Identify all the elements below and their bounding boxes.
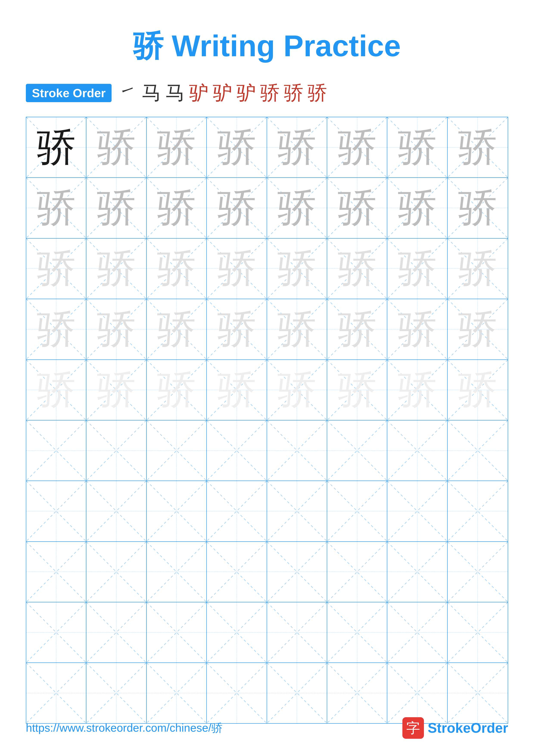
grid-cell[interactable] bbox=[267, 481, 327, 541]
grid-cell[interactable]: 骄 bbox=[26, 360, 87, 420]
grid-cell[interactable] bbox=[447, 663, 508, 723]
grid-cell[interactable] bbox=[387, 663, 447, 723]
stroke-sequence: ㇀ 马 马 驴 驴 驴 骄 骄 骄 bbox=[118, 80, 327, 106]
grid-cell[interactable] bbox=[147, 663, 207, 723]
grid-cell[interactable] bbox=[26, 663, 87, 723]
grid-cell[interactable] bbox=[147, 542, 207, 602]
grid-cell[interactable] bbox=[447, 420, 508, 481]
svg-line-153 bbox=[267, 663, 327, 723]
svg-line-157 bbox=[387, 663, 447, 723]
grid-cell[interactable]: 骄 bbox=[327, 178, 387, 238]
grid-cell[interactable]: 骄 bbox=[207, 299, 267, 359]
grid-cell[interactable]: 骄 bbox=[207, 239, 267, 299]
svg-line-104 bbox=[267, 481, 327, 541]
grid-cell[interactable] bbox=[87, 602, 146, 662]
grid-cell[interactable]: 骄 bbox=[447, 239, 508, 299]
grid-cell[interactable] bbox=[207, 481, 267, 541]
grid-cell[interactable] bbox=[447, 602, 508, 662]
footer-logo-stroke: Stroke bbox=[428, 720, 471, 736]
grid-cell[interactable]: 骄 bbox=[87, 299, 146, 359]
grid-cell[interactable]: 骄 bbox=[26, 178, 87, 238]
grid-cell[interactable]: 骄 bbox=[387, 117, 447, 177]
grid-cell[interactable] bbox=[147, 420, 207, 481]
grid-cell[interactable] bbox=[387, 481, 447, 541]
grid-cell[interactable] bbox=[387, 542, 447, 602]
grid-cell[interactable] bbox=[87, 663, 146, 723]
grid-cell[interactable]: 骄 bbox=[327, 360, 387, 420]
grid-cell[interactable]: 骄 bbox=[147, 299, 207, 359]
svg-line-81 bbox=[26, 420, 86, 481]
footer-logo-text: StrokeOrder bbox=[428, 720, 508, 736]
grid-cell[interactable]: 骄 bbox=[267, 117, 327, 177]
grid-cell[interactable]: 骄 bbox=[387, 360, 447, 420]
grid-cell[interactable]: 骄 bbox=[26, 299, 87, 359]
footer-url[interactable]: https://www.strokeorder.com/chinese/骄 bbox=[26, 720, 222, 736]
grid-cell[interactable] bbox=[147, 602, 207, 662]
svg-line-87 bbox=[207, 420, 267, 481]
grid-cell[interactable] bbox=[327, 602, 387, 662]
grid-cell[interactable]: 骄 bbox=[147, 239, 207, 299]
grid-cell[interactable] bbox=[447, 542, 508, 602]
grid-cell[interactable] bbox=[447, 481, 508, 541]
grid-cell[interactable] bbox=[87, 420, 146, 481]
grid-cell[interactable] bbox=[327, 663, 387, 723]
grid-cell[interactable]: 骄 bbox=[267, 239, 327, 299]
grid-cell[interactable]: 骄 bbox=[387, 178, 447, 238]
practice-char: 骄 bbox=[458, 310, 497, 349]
svg-line-98 bbox=[87, 481, 146, 541]
svg-line-92 bbox=[387, 420, 447, 481]
grid-cell[interactable] bbox=[26, 602, 87, 662]
grid-cell[interactable] bbox=[26, 542, 87, 602]
grid-cell[interactable] bbox=[387, 602, 447, 662]
svg-line-137 bbox=[267, 602, 327, 662]
grid-cell[interactable] bbox=[207, 420, 267, 481]
grid-cell[interactable]: 骄 bbox=[207, 360, 267, 420]
grid-cell[interactable]: 骄 bbox=[267, 178, 327, 238]
grid-cell[interactable] bbox=[387, 420, 447, 481]
svg-line-86 bbox=[207, 420, 267, 481]
grid-cell[interactable]: 骄 bbox=[147, 178, 207, 238]
grid-cell[interactable]: 骄 bbox=[327, 239, 387, 299]
grid-cell[interactable] bbox=[26, 481, 87, 541]
grid-cell[interactable]: 骄 bbox=[447, 117, 508, 177]
grid-row-9 bbox=[26, 602, 508, 663]
practice-char: 骄 bbox=[338, 249, 376, 288]
grid-cell[interactable]: 骄 bbox=[327, 117, 387, 177]
grid-cell[interactable]: 骄 bbox=[87, 360, 146, 420]
svg-line-124 bbox=[387, 542, 447, 602]
grid-cell[interactable]: 骄 bbox=[207, 178, 267, 238]
grid-cell[interactable] bbox=[207, 602, 267, 662]
grid-cell[interactable]: 骄 bbox=[87, 239, 146, 299]
grid-cell[interactable]: 骄 bbox=[147, 360, 207, 420]
grid-cell[interactable]: 骄 bbox=[387, 299, 447, 359]
grid-cell[interactable]: 骄 bbox=[26, 117, 87, 177]
grid-cell[interactable]: 骄 bbox=[26, 239, 87, 299]
grid-cell[interactable]: 骄 bbox=[447, 178, 508, 238]
grid-cell[interactable] bbox=[26, 420, 87, 481]
grid-cell[interactable] bbox=[147, 481, 207, 541]
grid-cell[interactable] bbox=[267, 420, 327, 481]
grid-cell[interactable]: 骄 bbox=[387, 239, 447, 299]
grid-cell[interactable]: 骄 bbox=[207, 117, 267, 177]
grid-cell[interactable] bbox=[327, 420, 387, 481]
grid-cell[interactable] bbox=[267, 602, 327, 662]
grid-cell[interactable] bbox=[267, 542, 327, 602]
grid-cell[interactable] bbox=[267, 663, 327, 723]
svg-line-156 bbox=[387, 663, 447, 723]
svg-line-143 bbox=[447, 602, 508, 662]
grid-cell[interactable] bbox=[327, 481, 387, 541]
grid-cell[interactable] bbox=[87, 542, 146, 602]
grid-cell[interactable]: 骄 bbox=[447, 360, 508, 420]
grid-cell[interactable] bbox=[207, 542, 267, 602]
grid-cell[interactable]: 骄 bbox=[267, 360, 327, 420]
grid-cell[interactable]: 骄 bbox=[447, 299, 508, 359]
grid-cell[interactable]: 骄 bbox=[87, 117, 146, 177]
grid-cell[interactable] bbox=[327, 542, 387, 602]
grid-cell[interactable] bbox=[87, 481, 146, 541]
grid-cell[interactable]: 骄 bbox=[147, 117, 207, 177]
grid-cell[interactable]: 骄 bbox=[267, 299, 327, 359]
grid-cell[interactable]: 骄 bbox=[87, 178, 146, 238]
grid-cell[interactable]: 骄 bbox=[327, 299, 387, 359]
stroke-seq-8: 骄 bbox=[284, 80, 303, 106]
grid-cell[interactable] bbox=[207, 663, 267, 723]
